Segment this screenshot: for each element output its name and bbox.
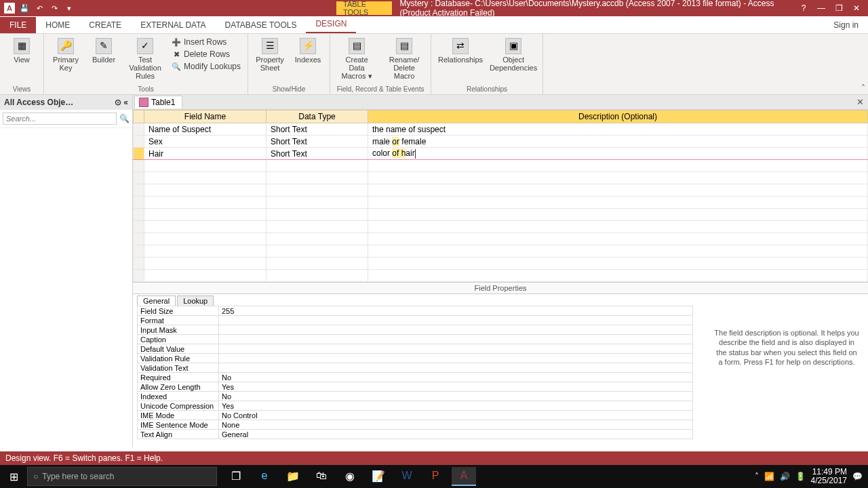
prop-name[interactable]: IME Mode	[138, 411, 219, 420]
minimize-icon[interactable]: —	[815, 2, 827, 14]
object-dependencies-button[interactable]: ▣Object Dependencies	[490, 37, 537, 73]
data-type-cell[interactable]: Short Text	[267, 123, 368, 136]
props-tab-general[interactable]: General	[137, 296, 176, 306]
row-selector[interactable]	[134, 136, 144, 148]
redo-icon[interactable]: ↷	[49, 3, 60, 14]
table-row[interactable]	[134, 221, 868, 233]
select-all-corner[interactable]	[134, 110, 144, 123]
chrome-icon[interactable]: ◉	[338, 467, 362, 486]
prop-value[interactable]: No	[219, 392, 693, 401]
tray-expand-icon[interactable]: ˄	[755, 472, 759, 481]
tab-create[interactable]: CREATE	[79, 17, 131, 33]
props-tab-lookup[interactable]: Lookup	[177, 296, 214, 306]
prop-name[interactable]: Text Align	[138, 430, 219, 439]
design-grid[interactable]: Field Name Data Type Description (Option…	[133, 110, 868, 282]
start-button[interactable]: ⊞	[0, 465, 27, 488]
prop-value[interactable]	[219, 325, 693, 335]
prop-name[interactable]: Validation Text	[138, 363, 219, 373]
prop-value[interactable]: General	[219, 430, 693, 439]
word-icon[interactable]: W	[395, 467, 419, 486]
tab-design[interactable]: DESIGN	[306, 16, 356, 33]
tab-file[interactable]: FILE	[0, 17, 36, 33]
table-row[interactable]	[134, 160, 868, 172]
row-selector-active[interactable]	[134, 148, 144, 160]
qat-customize-icon[interactable]: ▾	[64, 3, 75, 14]
builder-button[interactable]: ✎Builder	[87, 37, 120, 65]
tray-clock[interactable]: 11:49 PM 4/25/2017	[811, 468, 847, 485]
prop-name[interactable]: Allow Zero Length	[138, 382, 219, 392]
save-icon[interactable]: 💾	[19, 3, 30, 14]
navpane-header[interactable]: All Access Obje… ⊙ «	[0, 95, 132, 110]
access-taskbar-icon[interactable]: A	[452, 467, 476, 486]
prop-value[interactable]: No	[219, 373, 693, 382]
prop-name[interactable]: Default Value	[138, 344, 219, 354]
undo-icon[interactable]: ↶	[34, 3, 45, 14]
field-name-cell[interactable]: Name of Suspect	[144, 123, 267, 136]
prop-name[interactable]: Unicode Compression	[138, 401, 219, 411]
delete-rows-button[interactable]: ✖Delete Rows	[170, 49, 242, 60]
prop-value[interactable]: Yes	[219, 382, 693, 392]
close-icon[interactable]: ✕	[850, 2, 863, 14]
table-row[interactable]	[134, 233, 868, 245]
prop-name[interactable]: Caption	[138, 335, 219, 344]
description-cell[interactable]: the name of suspect	[368, 123, 868, 136]
prop-name[interactable]: IME Sentence Mode	[138, 420, 219, 430]
tab-database-tools[interactable]: DATABASE TOOLS	[216, 17, 307, 33]
table-row[interactable]	[134, 270, 868, 282]
help-icon[interactable]: ?	[797, 2, 810, 14]
ribbon-collapse-icon[interactable]: ˄	[861, 83, 865, 93]
test-validation-button[interactable]: ✓Test Validation Rules	[125, 37, 165, 81]
primary-key-button[interactable]: 🔑Primary Key	[50, 37, 82, 73]
doctab-close-icon[interactable]: ✕	[856, 97, 864, 107]
indexes-button[interactable]: ⚡Indexes	[292, 37, 324, 65]
tab-external-data[interactable]: EXTERNAL DATA	[131, 17, 215, 33]
task-view-icon[interactable]: ❐	[224, 467, 248, 486]
prop-value[interactable]: No Control	[219, 411, 693, 420]
view-button[interactable]: ▦View	[5, 37, 38, 65]
description-cell[interactable]: male or female	[368, 136, 868, 148]
navpane-dropdown-icon[interactable]: ⊙ «	[115, 98, 128, 107]
prop-value[interactable]	[219, 354, 693, 363]
data-type-cell[interactable]: Short Text	[267, 136, 368, 148]
data-type-cell[interactable]: Short Text	[267, 148, 368, 160]
sticky-notes-icon[interactable]: 📝	[366, 467, 391, 486]
table-row[interactable]	[134, 245, 868, 258]
description-cell-editing[interactable]: color of hair	[368, 148, 868, 160]
insert-rows-button[interactable]: ➕Insert Rows	[170, 37, 242, 47]
prop-value[interactable]	[219, 344, 693, 354]
navpane-search-input[interactable]	[3, 113, 117, 125]
prop-value[interactable]	[219, 316, 693, 325]
col-header-description[interactable]: Description (Optional)	[368, 110, 868, 123]
table-row[interactable]	[134, 172, 868, 184]
prop-name[interactable]: Indexed	[138, 392, 219, 401]
col-header-field-name[interactable]: Field Name	[144, 110, 267, 123]
prop-name[interactable]: Format	[138, 316, 219, 325]
table-row[interactable]	[134, 209, 868, 221]
store-icon[interactable]: 🛍	[309, 467, 334, 486]
table-row[interactable]: Sex Short Text male or female	[134, 136, 868, 148]
restore-icon[interactable]: ❐	[833, 2, 845, 14]
doctab-table1[interactable]: Table1	[134, 96, 182, 108]
prop-name[interactable]: Field Size	[138, 306, 219, 316]
powerpoint-icon[interactable]: P	[423, 467, 448, 486]
prop-name[interactable]: Input Mask	[138, 325, 219, 335]
file-explorer-icon[interactable]: 📁	[281, 467, 305, 486]
prop-value[interactable]: 255	[219, 306, 693, 316]
prop-value[interactable]	[219, 335, 693, 344]
modify-lookups-button[interactable]: 🔍Modify Lookups	[170, 61, 242, 72]
field-name-cell[interactable]: Sex	[144, 136, 267, 148]
tab-home[interactable]: HOME	[36, 17, 79, 33]
search-icon[interactable]: 🔍	[119, 114, 130, 123]
prop-value[interactable]	[219, 363, 693, 373]
col-header-data-type[interactable]: Data Type	[267, 110, 368, 123]
create-data-macros-button[interactable]: ▤Create Data Macros ▾	[336, 37, 378, 81]
properties-grid[interactable]: Field Size255 Format Input Mask Caption …	[137, 306, 693, 439]
volume-icon[interactable]: 🔊	[780, 472, 790, 481]
property-sheet-button[interactable]: ☰Property Sheet	[254, 37, 286, 73]
notifications-icon[interactable]: 💬	[852, 472, 863, 481]
prop-name[interactable]: Validation Rule	[138, 354, 219, 363]
network-icon[interactable]: 📶	[764, 472, 774, 481]
table-row[interactable]: Name of Suspect Short Text the name of s…	[134, 123, 868, 136]
relationships-button[interactable]: ⇄Relationships	[437, 37, 484, 65]
edge-icon[interactable]: e	[252, 467, 277, 486]
